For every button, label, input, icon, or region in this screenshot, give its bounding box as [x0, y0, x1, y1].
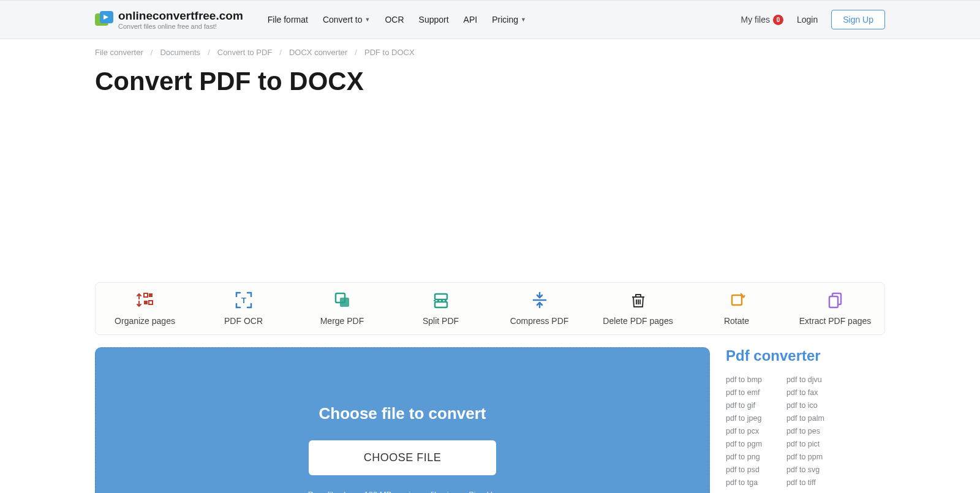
hint-text: Drop files here. 100 MB maximum file siz… [308, 490, 469, 493]
tool-label: Merge PDF [320, 316, 364, 326]
tool-label: Extract PDF pages [799, 316, 872, 326]
tool-extract-pages[interactable]: Extract PDF pages [786, 292, 884, 326]
chevron-down-icon: ▼ [365, 17, 371, 23]
dropzone[interactable]: Choose file to convert CHOOSE FILE Drop … [95, 347, 710, 493]
side-link[interactable]: pdf to psd [726, 465, 762, 474]
logo-title: onlineconvertfree.com [118, 9, 243, 23]
svg-text:T: T [241, 296, 246, 305]
sidebar-col-2: pdf to djvu pdf to fax pdf to ico pdf to… [786, 375, 824, 487]
tool-pdf-ocr[interactable]: T PDF OCR [194, 292, 293, 326]
side-link[interactable]: pdf to jpeg [726, 414, 762, 423]
nav-label: File format [268, 15, 308, 24]
svg-rect-10 [435, 302, 447, 307]
nav-label: OCR [385, 15, 404, 24]
crumb-sep: / [279, 48, 282, 57]
lower-section: Choose file to convert CHOOSE FILE Drop … [95, 347, 885, 493]
tool-strip: Organize pages T PDF OCR Merge PDF Split… [95, 282, 885, 335]
nav-api[interactable]: API [464, 15, 478, 24]
crumb-sep: / [208, 48, 210, 57]
header: onlineconvertfree.com Convert files onli… [0, 0, 980, 39]
nav-label: Convert to [323, 15, 363, 24]
tool-label: PDF OCR [224, 316, 263, 326]
crumb-current: PDF to DOCX [364, 48, 415, 57]
crumb-documents[interactable]: Documents [160, 48, 200, 57]
tool-split-pdf[interactable]: Split PDF [391, 292, 490, 326]
trash-icon [630, 292, 647, 309]
side-link[interactable]: pdf to pgm [726, 440, 762, 448]
tool-merge-pdf[interactable]: Merge PDF [293, 292, 391, 326]
nav-pricing[interactable]: Pricing▼ [492, 15, 526, 24]
tool-label: Organize pages [115, 316, 175, 326]
dropzone-hint: Drop files here. 100 MB maximum file siz… [308, 490, 497, 493]
header-right: My files 0 Login Sign Up [741, 10, 885, 29]
signup-button[interactable]: Sign Up [831, 10, 885, 29]
login-link[interactable]: Login [797, 15, 818, 24]
side-link[interactable]: pdf to pes [786, 427, 824, 435]
side-link[interactable]: pdf to svg [786, 465, 824, 474]
nav-file-format[interactable]: File format [268, 15, 308, 24]
organize-icon [137, 292, 154, 309]
side-link[interactable]: pdf to emf [726, 388, 762, 397]
ad-space [95, 113, 885, 254]
svg-rect-5 [149, 301, 153, 304]
crumb-convert-to-pdf[interactable]: Convert to PDF [217, 48, 273, 57]
nav-convert-to[interactable]: Convert to▼ [323, 15, 371, 24]
tool-label: Compress PDF [510, 316, 569, 326]
svg-rect-13 [732, 295, 742, 305]
crumb-docx-converter[interactable]: DOCX converter [289, 48, 347, 57]
side-link[interactable]: pdf to tga [726, 478, 762, 487]
logo[interactable]: onlineconvertfree.com Convert files onli… [95, 9, 243, 30]
side-link[interactable]: pdf to pcx [726, 427, 762, 435]
extract-icon [827, 292, 844, 309]
tool-label: Rotate [724, 316, 749, 326]
tool-delete-pages[interactable]: Delete PDF pages [589, 292, 687, 326]
svg-rect-9 [435, 294, 447, 299]
crumb-sep: / [355, 48, 357, 57]
merge-icon [334, 292, 351, 309]
page-title: Convert PDF to DOCX [95, 67, 885, 96]
header-inner: onlineconvertfree.com Convert files onli… [95, 1, 885, 39]
hint-signup-link[interactable]: Sign Up [469, 490, 497, 493]
crumb-sep: / [151, 48, 153, 57]
nav-label: API [464, 15, 478, 24]
my-files-label: My files [741, 15, 769, 24]
svg-rect-2 [144, 293, 148, 297]
tool-compress-pdf[interactable]: Compress PDF [490, 292, 589, 326]
side-link[interactable]: pdf to fax [786, 388, 824, 397]
choose-file-button[interactable]: CHOOSE FILE [309, 440, 497, 475]
nav: File format Convert to▼ OCR Support API … [268, 15, 526, 24]
rotate-icon [728, 292, 745, 309]
svg-rect-8 [340, 298, 349, 307]
dropzone-title: Choose file to convert [318, 404, 486, 423]
side-link[interactable]: pdf to pict [786, 440, 824, 448]
nav-ocr[interactable]: OCR [385, 15, 404, 24]
sidebar-col-1: pdf to bmp pdf to emf pdf to gif pdf to … [726, 375, 762, 487]
side-link[interactable]: pdf to ppm [786, 453, 824, 461]
side-link[interactable]: pdf to png [726, 453, 762, 461]
svg-rect-3 [149, 293, 153, 297]
nav-label: Support [419, 15, 449, 24]
side-link[interactable]: pdf to tiff [786, 478, 824, 487]
side-link[interactable]: pdf to gif [726, 401, 762, 410]
crumb-file-converter[interactable]: File converter [95, 48, 143, 57]
chevron-down-icon: ▼ [521, 17, 526, 23]
sidebar-title: Pdf converter [726, 347, 885, 364]
breadcrumb: File converter/ Documents/ Convert to PD… [95, 39, 885, 63]
svg-rect-4 [144, 301, 148, 304]
my-files-link[interactable]: My files 0 [741, 15, 783, 25]
nav-support[interactable]: Support [419, 15, 449, 24]
tool-rotate[interactable]: Rotate [687, 292, 786, 326]
logo-sub: Convert files online free and fast! [118, 23, 243, 31]
nav-label: Pricing [492, 15, 518, 24]
tool-label: Split PDF [423, 316, 459, 326]
side-link[interactable]: pdf to bmp [726, 375, 762, 384]
sidebar: Pdf converter pdf to bmp pdf to emf pdf … [726, 347, 885, 487]
side-link[interactable]: pdf to ico [786, 401, 824, 410]
tool-label: Delete PDF pages [603, 316, 673, 326]
tool-organize-pages[interactable]: Organize pages [96, 292, 194, 326]
compress-icon [531, 292, 548, 309]
split-icon [432, 292, 450, 309]
svg-rect-15 [829, 296, 838, 307]
side-link[interactable]: pdf to palm [786, 414, 824, 423]
side-link[interactable]: pdf to djvu [786, 375, 824, 384]
